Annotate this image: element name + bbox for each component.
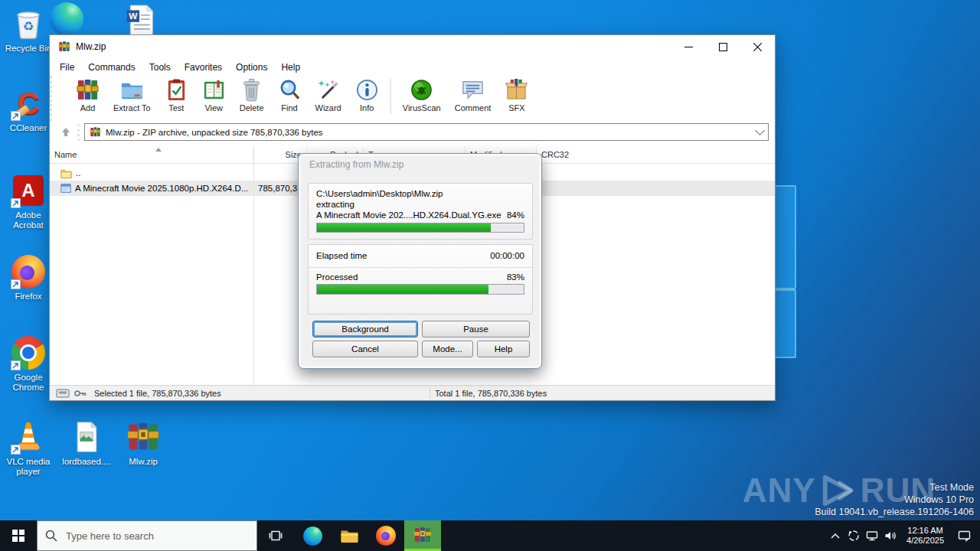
find-icon: [278, 78, 302, 102]
desktop-icon-label: Firefox: [0, 292, 57, 302]
toolbar-info-button[interactable]: Info: [348, 76, 386, 112]
toolbar-comment-button[interactable]: Comment: [448, 76, 498, 112]
menu-commands[interactable]: Commands: [88, 60, 142, 74]
edge-icon: [49, 2, 84, 37]
search-icon: [45, 530, 57, 542]
watermark-mode: Test Mode: [815, 481, 974, 494]
address-text: Mlw.zip - ZIP archive, unpacked size 785…: [106, 128, 756, 137]
chevron-down-icon[interactable]: [755, 126, 765, 135]
toolbar-extract-to-button[interactable]: Extract To: [106, 76, 158, 112]
volume-icon[interactable]: [881, 520, 900, 551]
column-header-crc32[interactable]: CRC32: [537, 146, 621, 163]
toolbar-wizard-button[interactable]: Wizard: [309, 76, 348, 112]
toolbar-add-button[interactable]: Add: [69, 76, 106, 112]
desktop-icon-lordbased-file[interactable]: lordbased....: [58, 419, 115, 467]
adobe-acrobat-icon: A: [11, 173, 46, 208]
status-selected: Selected 1 file, 785,870,336 bytes: [94, 389, 221, 398]
winrar-app-icon: [58, 41, 70, 53]
svg-text:W: W: [129, 11, 138, 21]
status-divider: [430, 387, 430, 399]
action-label: extracting: [316, 199, 524, 210]
extracting-dialog: Extracting from Mlw.zip C:\Users\admin\D…: [298, 153, 542, 369]
shortcut-arrow-icon: [11, 198, 21, 208]
taskbar-clock[interactable]: 12:16 AM 4/26/2025: [900, 526, 951, 546]
clock-time: 12:16 AM: [906, 526, 944, 536]
desktop-icon-firefox[interactable]: Firefox: [0, 254, 57, 302]
taskbar-winrar[interactable]: [404, 520, 441, 551]
desktop-icon-ccleaner[interactable]: C CCleaner: [0, 86, 57, 133]
start-button[interactable]: [0, 520, 37, 551]
desktop-icon-label: Recycle Bin: [0, 44, 57, 54]
pause-button[interactable]: Pause: [422, 321, 530, 337]
desktop-icon-word-document[interactable]: W: [121, 3, 159, 38]
cancel-button[interactable]: Cancel: [312, 341, 418, 357]
winrar-icon: [413, 526, 432, 544]
menu-help[interactable]: Help: [281, 60, 308, 74]
desktop-icon-label: CCleaner: [0, 123, 57, 133]
column-header-name[interactable]: Name: [50, 146, 253, 163]
archive-mini-icon: [90, 126, 101, 138]
tray-expand-button[interactable]: [826, 520, 844, 551]
address-combobox[interactable]: Mlw.zip - ZIP archive, unpacked size 785…: [84, 123, 769, 141]
desktop-icon-label: Adobe Acrobat: [0, 210, 57, 230]
image-file-icon: [69, 419, 104, 455]
toolbar-delete-button[interactable]: Delete: [233, 76, 271, 112]
action-center-button[interactable]: [951, 520, 977, 551]
taskbar-firefox[interactable]: [368, 520, 404, 551]
winrar-archive-icon: [126, 419, 161, 455]
desktop-icon-adobe-acrobat[interactable]: A Adobe Acrobat: [0, 173, 57, 230]
taskbar-search[interactable]: [37, 520, 257, 551]
processed-progress-bar: [316, 284, 524, 295]
menu-tools[interactable]: Tools: [149, 60, 178, 74]
dialog-title: Extracting from Mlw.zip: [309, 159, 403, 170]
menu-favorites[interactable]: Favorites: [185, 60, 230, 74]
wallpaper-light-bar: [774, 185, 796, 289]
close-button[interactable]: [740, 35, 775, 58]
info-icon: [355, 78, 379, 102]
mode-button[interactable]: Mode...: [422, 341, 473, 357]
anyrun-watermark: ANY RUN Test Mode Windows 10 Pro Build 1…: [746, 471, 975, 517]
wallpaper-light-bar: [774, 289, 796, 358]
minimize-button[interactable]: [671, 35, 706, 58]
desktop-icon-edge[interactable]: [47, 2, 86, 37]
clock-date: 4/26/2025: [906, 536, 944, 546]
extract-to-icon: [120, 78, 144, 102]
tray-sync-icon[interactable]: [844, 520, 863, 551]
shortcut-arrow-icon: [11, 445, 21, 455]
task-view-icon: [269, 529, 283, 543]
anyrun-play-icon: [819, 471, 858, 510]
toolbar-test-button[interactable]: Test: [158, 76, 195, 112]
title-bar[interactable]: Mlw.zip: [50, 35, 775, 58]
key-icon: [74, 389, 87, 398]
menu-file[interactable]: File: [60, 60, 82, 74]
desktop-icon-vlc[interactable]: VLC media player: [0, 419, 57, 477]
action-center-icon: [958, 530, 971, 542]
windows-logo-icon: [12, 530, 24, 542]
toolbar-view-button[interactable]: View: [195, 76, 233, 112]
taskbar: 12:16 AM 4/26/2025: [0, 520, 980, 551]
shortcut-arrow-icon: [11, 111, 21, 121]
search-input[interactable]: [64, 530, 236, 543]
current-file-name: A Minecraft Movie 202....HD.X264.Dual.YG…: [316, 210, 501, 220]
toolbar-virusscan-button[interactable]: VirusScan: [396, 76, 448, 112]
add-archive-icon: [76, 78, 100, 102]
task-view-button[interactable]: [257, 520, 294, 551]
taskbar-file-explorer[interactable]: [331, 520, 368, 551]
comment-icon: [461, 78, 485, 102]
toolbar-sfx-button[interactable]: SFX: [498, 76, 535, 112]
chevron-up-icon: [830, 532, 841, 540]
up-directory-button[interactable]: [54, 124, 80, 141]
processed-label: Processed: [316, 272, 358, 282]
maximize-button[interactable]: [706, 35, 740, 58]
background-button[interactable]: Background: [312, 321, 418, 337]
wizard-icon: [316, 78, 340, 102]
desktop-icon-mlw-zip[interactable]: Mlw.zip: [115, 419, 172, 467]
menu-options[interactable]: Options: [236, 60, 275, 74]
taskbar-edge[interactable]: [294, 520, 331, 551]
desktop-icon-google-chrome[interactable]: Google Chrome: [0, 335, 57, 393]
network-icon[interactable]: [863, 520, 881, 551]
help-button[interactable]: Help: [477, 341, 530, 357]
desktop-icon-label: Mlw.zip: [115, 457, 172, 467]
toolbar-separator: [390, 79, 391, 114]
toolbar-find-button[interactable]: Find: [271, 76, 309, 112]
